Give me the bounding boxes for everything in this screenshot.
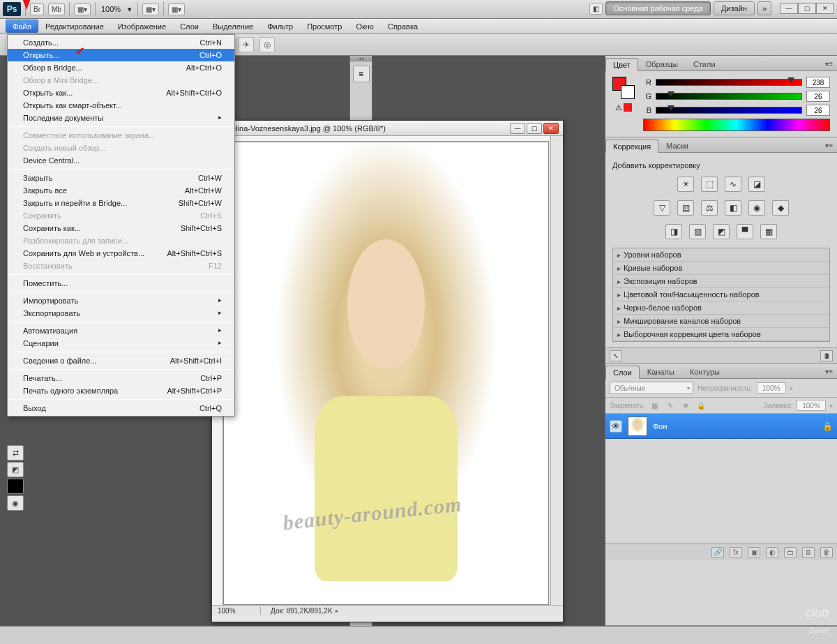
- file-menu-item[interactable]: Экспортировать: [8, 307, 234, 320]
- arrange-docs-button[interactable]: ▦▾: [142, 3, 159, 15]
- r-value[interactable]: 238: [806, 77, 830, 88]
- workspace-more[interactable]: »: [757, 1, 771, 15]
- tab-paths[interactable]: Контуры: [682, 365, 727, 378]
- lock-paint-icon[interactable]: ✎: [665, 400, 676, 410]
- hue-sat-icon[interactable]: ▤: [677, 200, 694, 216]
- layer-thumbnail[interactable]: [628, 417, 647, 436]
- document-titlebar[interactable]: 0.Evelina-Voznesenskaya3.jpg @ 100% (RGB…: [212, 121, 563, 136]
- lock-all-icon[interactable]: 🔒: [695, 400, 707, 410]
- quickmask-icon[interactable]: ◉: [7, 495, 24, 511]
- menu-filter[interactable]: Фильтр: [260, 19, 300, 33]
- color-balance-icon[interactable]: ⚖: [701, 200, 718, 216]
- gradient-map-icon[interactable]: ▀: [737, 224, 753, 239]
- doc-info-popup-icon[interactable]: ▸: [335, 608, 338, 614]
- file-menu-item[interactable]: Открыть...Ctrl+O: [8, 49, 234, 61]
- exposure-icon[interactable]: ◪: [748, 177, 765, 192]
- workspace-selector-active[interactable]: Основная рабочая среда: [605, 1, 711, 15]
- tab-masks[interactable]: Маски: [658, 139, 696, 152]
- airbrush-icon[interactable]: ✈: [239, 37, 254, 52]
- vibrance-icon[interactable]: ▽: [654, 200, 670, 216]
- panel-menu-icon[interactable]: ▾≡: [821, 57, 837, 70]
- layer-opacity-input[interactable]: 100%: [757, 382, 786, 394]
- menu-help[interactable]: Справка: [381, 19, 425, 33]
- new-layer-icon[interactable]: 🗎: [802, 547, 815, 558]
- doc-maximize-icon[interactable]: ▢: [527, 123, 542, 134]
- doc-info[interactable]: Док: 891,2K/891,2K: [261, 607, 333, 615]
- selective-color-icon[interactable]: ▦: [760, 224, 777, 239]
- file-menu-item[interactable]: Печать одного экземпляраAlt+Shift+Ctrl+P: [8, 384, 234, 397]
- workspace-design[interactable]: Дизайн: [714, 1, 755, 15]
- posterize-icon[interactable]: ▨: [689, 224, 706, 239]
- file-menu-item[interactable]: ЗакрытьCtrl+W: [8, 172, 234, 184]
- minimize-icon[interactable]: —: [780, 3, 798, 14]
- fg-bg-swap-icon[interactable]: ⇄: [7, 445, 24, 460]
- file-menu-item[interactable]: Сценарии: [8, 337, 234, 350]
- background-swatch[interactable]: [621, 85, 635, 99]
- menu-window[interactable]: Окно: [349, 19, 381, 33]
- panel-menu-icon[interactable]: ▾≡: [821, 365, 837, 378]
- file-menu-item[interactable]: Закрыть всеAlt+Ctrl+W: [8, 184, 234, 197]
- maximize-icon[interactable]: ▢: [798, 3, 816, 14]
- preset-curves[interactable]: Кривые наборов: [613, 262, 829, 275]
- blend-mode-select[interactable]: Обычные: [610, 382, 693, 394]
- file-menu-item[interactable]: Device Central...: [8, 154, 234, 167]
- default-colors-icon[interactable]: ◩: [7, 462, 24, 477]
- strip-handle[interactable]: ◂◂: [350, 56, 372, 61]
- panel-menu-icon[interactable]: ▾≡: [821, 139, 837, 152]
- b-slider[interactable]: [656, 107, 802, 114]
- menu-image[interactable]: Изображение: [111, 19, 173, 33]
- layer-style-icon[interactable]: fx: [730, 547, 742, 558]
- doc-scrollbar-v[interactable]: [550, 136, 563, 605]
- menu-layer[interactable]: Слои: [173, 19, 206, 33]
- layer-list[interactable]: 👁 Фон 🔒: [605, 414, 837, 544]
- tab-layers[interactable]: Слои: [605, 366, 640, 379]
- menu-file[interactable]: Файл: [6, 20, 38, 33]
- bw-icon[interactable]: ◧: [725, 200, 741, 216]
- spectrum-ramp[interactable]: [643, 119, 830, 131]
- fill-input[interactable]: 100%: [797, 400, 826, 411]
- document-canvas[interactable]: beauty-around.com: [223, 142, 549, 605]
- lock-icon[interactable]: 🔒: [822, 421, 833, 431]
- extras-button[interactable]: ▦▾: [168, 3, 185, 15]
- doc-zoom-field[interactable]: 100%: [212, 607, 261, 615]
- file-menu-item[interactable]: Создать...Ctrl+N: [8, 36, 234, 49]
- menu-view[interactable]: Просмотр: [300, 19, 349, 33]
- brightness-icon[interactable]: ☀: [677, 177, 694, 192]
- close-icon[interactable]: ✕: [816, 3, 834, 14]
- preset-bw[interactable]: Черно-белое наборов: [613, 301, 829, 315]
- gamut-color-icon[interactable]: [624, 103, 632, 112]
- file-menu-item[interactable]: Закрыть и перейти в Bridge...Shift+Ctrl+…: [8, 197, 234, 209]
- color-swatches[interactable]: [612, 77, 635, 99]
- adjustment-layer-icon[interactable]: ◐: [766, 547, 778, 558]
- layer-name[interactable]: Фон: [653, 422, 668, 430]
- tab-styles[interactable]: Стили: [686, 57, 723, 70]
- file-menu-item[interactable]: Поместить...: [8, 277, 234, 290]
- tab-swatches[interactable]: Образцы: [638, 57, 686, 70]
- photo-filter-icon[interactable]: ◉: [748, 200, 765, 216]
- file-menu-item[interactable]: Импортировать: [8, 294, 234, 307]
- delete-layer-icon[interactable]: 🗑: [820, 547, 833, 558]
- file-menu-item[interactable]: Обзор в Bridge...Alt+Ctrl+O: [8, 61, 234, 74]
- menu-edit[interactable]: Редактирование: [38, 19, 111, 33]
- layer-group-icon[interactable]: 🗀: [784, 547, 797, 558]
- g-value[interactable]: 26: [806, 91, 830, 102]
- file-menu-item[interactable]: Автоматизация: [8, 324, 234, 337]
- threshold-icon[interactable]: ◩: [713, 224, 730, 239]
- minibridge-button[interactable]: Mb: [48, 3, 65, 15]
- curves-icon[interactable]: ∿: [725, 177, 741, 192]
- pressure-size-icon[interactable]: ◎: [259, 37, 275, 52]
- tab-color[interactable]: Цвет: [605, 58, 638, 71]
- lock-position-icon[interactable]: ✥: [680, 400, 691, 410]
- preset-mixer[interactable]: Микширование каналов наборов: [613, 315, 829, 328]
- visibility-icon[interactable]: 👁: [610, 420, 622, 433]
- bridge-button[interactable]: Br: [30, 3, 44, 15]
- history-icon[interactable]: ≡: [353, 66, 370, 82]
- lock-pixels-icon[interactable]: ▦: [649, 400, 661, 410]
- file-menu-item[interactable]: Открыть как...Alt+Shift+Ctrl+O: [8, 87, 234, 99]
- layer-mask-icon[interactable]: ▣: [748, 547, 760, 558]
- cs-live-button[interactable]: ◧: [589, 3, 603, 15]
- channel-mixer-icon[interactable]: ◆: [772, 200, 789, 216]
- zoom-readout[interactable]: 100%: [100, 5, 122, 13]
- preset-hue[interactable]: Цветовой тон/Насыщенность наборов: [613, 288, 829, 301]
- doc-minimize-icon[interactable]: —: [510, 123, 525, 134]
